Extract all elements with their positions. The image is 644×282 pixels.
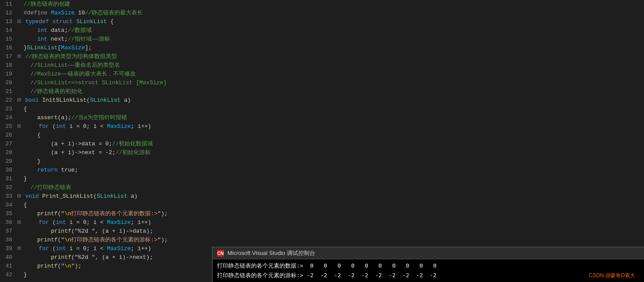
- code-line: 27 (a + i)->data = 0;//初始化数据域: [3, 140, 644, 148]
- line-number: 11: [3, 0, 17, 9]
- code-content[interactable]: 11//静态链表的创建12#define MaxSize 10//静态链表的最大…: [0, 0, 644, 282]
- token-kw: for: [39, 219, 49, 226]
- token-plain: (a + i)->data = 0;: [24, 141, 112, 147]
- line-number: 26: [3, 131, 17, 140]
- token-fn: printf: [51, 228, 71, 234]
- line-number: 21: [3, 87, 17, 96]
- code-line: 36⊟ for (int i = 0; i < MaxSize; i++): [3, 218, 644, 227]
- token-plain: next;: [48, 36, 68, 42]
- token-kw: int: [37, 36, 47, 42]
- token-plain: [25, 245, 39, 252]
- line-code: //SLinkList——重命名后的类型名: [24, 61, 644, 70]
- code-line: 25⊟ for (int i = 0; i < MaxSize; i++): [3, 122, 644, 131]
- line-number: 22: [3, 96, 17, 105]
- token-plain: }: [24, 175, 27, 182]
- line-code: for (int i = 0; i < MaxSize; i++): [25, 218, 644, 227]
- token-str: 打印静态链表的各个元素的数据:>: [71, 210, 158, 217]
- token-plain: ; i++): [131, 123, 152, 130]
- collapse-icon[interactable]: ⊟: [17, 244, 24, 253]
- token-plain: ");: [158, 237, 168, 243]
- line-number: 40: [3, 253, 17, 262]
- token-cm: //打印静态链表: [24, 184, 71, 191]
- token-fn: InitSLinkList: [42, 97, 86, 103]
- token-cm: //初始化数据域: [112, 141, 153, 147]
- line-code: return true;: [24, 166, 644, 175]
- line-code: }: [24, 157, 644, 166]
- line-number: 12: [3, 9, 17, 17]
- line-number: 34: [3, 201, 17, 210]
- terminal-line-1: 打印静态链表的各个元素的数据:> 0 0 0 0 0 0 0 0 0 0: [217, 261, 640, 271]
- token-plain: true;: [58, 167, 78, 173]
- terminal-header: CN Microsoft Visual Studio 调试控制台: [213, 248, 644, 259]
- code-line: 23{: [3, 105, 644, 113]
- line-number: 35: [3, 210, 17, 218]
- code-line: 15 int next;//指针域——游标: [3, 35, 644, 44]
- token-kw: bool: [25, 97, 39, 103]
- code-line: 34{: [3, 201, 644, 210]
- token-cm: //指针域——游标: [68, 36, 110, 42]
- line-code: bool InitSLinkList(SLinkList a): [25, 96, 644, 105]
- token-plain: data;: [48, 27, 68, 34]
- token-plain: (a);: [58, 114, 71, 121]
- line-code: //SLinkList<=>struct SLinkList [MaxSize]: [24, 79, 644, 87]
- code-line: 31}: [3, 175, 644, 183]
- line-code: {: [24, 105, 644, 113]
- token-plain: [24, 237, 37, 243]
- token-plain: [25, 123, 39, 130]
- collapse-icon[interactable]: ⊟: [17, 52, 24, 61]
- code-line: 33⊟ void Print_SLinkList(SLinkList a): [3, 192, 644, 201]
- token-plain: {: [24, 132, 41, 138]
- token-kw: int: [37, 27, 47, 34]
- token-plain: (": [58, 263, 65, 269]
- line-number: 14: [3, 26, 17, 35]
- line-number: 41: [3, 262, 17, 271]
- line-number: 37: [3, 227, 17, 236]
- token-kw: int: [56, 219, 66, 226]
- token-plain: (: [49, 219, 56, 226]
- line-code: typedef struct SLinkList {: [25, 17, 644, 26]
- code-line: 19 //MaxSize——链表的最大表长，不可修改: [3, 70, 644, 79]
- token-plain: i = 0; i <: [66, 123, 107, 130]
- line-code: //静态链表的初始化: [24, 87, 644, 96]
- collapse-icon[interactable]: ⊟: [17, 17, 24, 26]
- line-code: #define MaxSize 10//静态链表的最大表长: [24, 9, 644, 17]
- token-plain: ("%2d ", (a + i)->data);: [71, 228, 153, 234]
- token-mac: MaxSize: [107, 219, 131, 226]
- token-kw: struct: [52, 18, 73, 25]
- token-plain: [73, 18, 76, 25]
- token-kw2: SLinkList: [27, 45, 58, 51]
- line-code: int data;//数据域: [24, 26, 644, 35]
- token-cm: //静态链表的创建: [24, 1, 70, 7]
- token-mac: MaxSize: [107, 245, 131, 252]
- collapse-icon[interactable]: ⊟: [17, 96, 24, 105]
- token-kw2: SLinkList: [90, 97, 121, 103]
- line-code: printf("\n打印静态链表的各个元素的数据:>");: [24, 210, 644, 218]
- line-number: 32: [3, 183, 17, 192]
- token-plain: i = 0; i <: [66, 245, 107, 252]
- line-code: //打印静态链表: [24, 183, 644, 192]
- token-plain: (": [58, 237, 65, 243]
- line-number: 25: [3, 122, 17, 131]
- line-number: 27: [3, 140, 17, 148]
- editor-area: 11//静态链表的创建12#define MaxSize 10//静态链表的最大…: [0, 0, 644, 282]
- token-plain: [24, 263, 37, 269]
- token-plain: [39, 193, 42, 199]
- token-fn: printf: [37, 210, 58, 217]
- line-code: printf("\n打印静态链表的各个元素的游标:>");: [24, 236, 644, 244]
- token-plain: [24, 254, 51, 261]
- token-cm: //静态链表的类型为结构体数组类型: [25, 53, 117, 60]
- code-line: 17⊟ //静态链表的类型为结构体数组类型: [3, 52, 644, 61]
- code-line: 28 (a + i)->next = -2;//初始化游标: [3, 148, 644, 157]
- collapse-icon[interactable]: ⊟: [17, 218, 24, 227]
- token-fn: printf: [51, 254, 71, 261]
- collapse-icon[interactable]: ⊟: [17, 192, 24, 201]
- token-kw2: SLinkList: [97, 193, 127, 199]
- collapse-icon[interactable]: ⊟: [17, 122, 24, 131]
- code-line: 32 //打印静态链表: [3, 183, 644, 192]
- line-number: 19: [3, 70, 17, 79]
- line-code: for (int i = 0; i < MaxSize; i++): [25, 122, 644, 131]
- code-line: 16}SLinkList[MaxSize];: [3, 44, 644, 52]
- line-code: //静态链表的类型为结构体数组类型: [25, 52, 644, 61]
- token-plain: (: [93, 193, 97, 199]
- token-kw: int: [56, 245, 66, 252]
